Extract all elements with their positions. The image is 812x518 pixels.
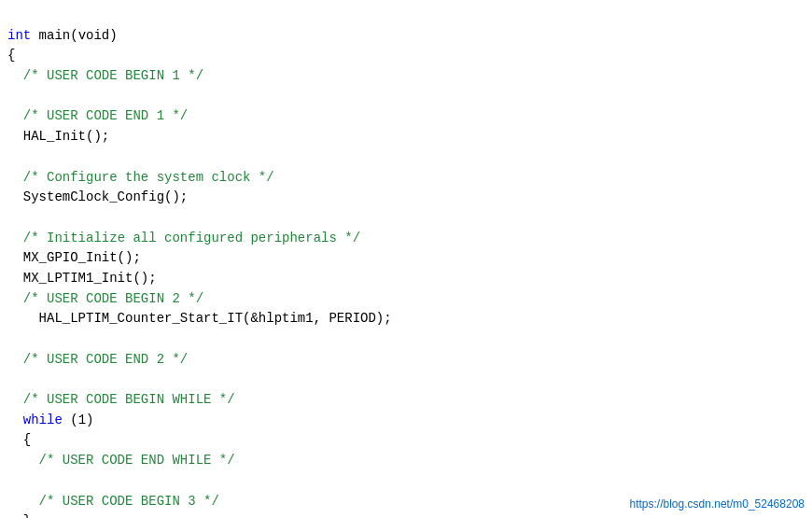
code-token — [7, 170, 23, 185]
code-token: SystemClock_Config(); — [7, 189, 188, 204]
code-line — [7, 147, 805, 168]
code-token — [7, 68, 23, 83]
code-line — [7, 329, 805, 350]
code-line: /* USER CODE BEGIN 1 */ — [7, 66, 805, 87]
code-token: HAL_Init(); — [7, 129, 109, 144]
code-token — [7, 392, 23, 407]
code-token — [7, 291, 23, 306]
comment-token: /* USER CODE END 1 */ — [23, 108, 188, 123]
code-token — [7, 352, 23, 367]
code-line: /* Initialize all configured peripherals… — [7, 229, 805, 249]
code-token: main(void) — [31, 28, 117, 43]
code-line: /* USER CODE BEGIN WHILE */ — [7, 390, 805, 411]
code-line: { — [7, 430, 805, 451]
code-token: { — [7, 48, 15, 63]
code-line: HAL_LPTIM_Counter_Start_IT(&hlptim1, PER… — [7, 309, 805, 329]
code-token — [7, 494, 39, 509]
comment-token: /* Initialize all configured peripherals… — [23, 231, 360, 245]
comment-token: /* USER CODE END WHILE */ — [39, 453, 235, 468]
code-token: } — [7, 513, 31, 518]
code-line: MX_LPTIM1_Init(); — [7, 269, 805, 289]
code-line: /* USER CODE END 2 */ — [7, 350, 805, 371]
code-line: int main(void) — [7, 26, 805, 47]
keyword-token: int — [7, 28, 31, 43]
code-line: while (1) — [7, 411, 805, 431]
code-token — [7, 231, 23, 245]
code-line: HAL_Init(); — [7, 127, 805, 147]
code-token — [7, 453, 39, 468]
comment-token: /* USER CODE BEGIN 3 */ — [39, 494, 219, 509]
code-token: { — [7, 432, 31, 447]
comment-token: /* USER CODE BEGIN 2 */ — [23, 291, 203, 306]
comment-token: /* Configure the system clock */ — [23, 170, 274, 185]
code-line: /* USER CODE END 1 */ — [7, 106, 805, 127]
code-line: /* USER CODE BEGIN 2 */ — [7, 289, 805, 310]
code-block: int main(void){ /* USER CODE BEGIN 1 */ … — [0, 0, 812, 518]
code-line — [7, 208, 805, 229]
keyword-token: while — [23, 413, 63, 427]
comment-token: /* USER CODE BEGIN WHILE */ — [23, 392, 235, 407]
code-token: (1) — [63, 413, 94, 427]
code-line — [7, 370, 805, 390]
code-token — [7, 413, 23, 427]
code-line: { — [7, 46, 805, 66]
code-line: } — [7, 511, 805, 518]
code-token: MX_LPTIM1_Init(); — [7, 271, 157, 286]
code-line: SystemClock_Config(); — [7, 188, 805, 208]
code-line — [7, 87, 805, 107]
code-line: /* USER CODE END WHILE */ — [7, 451, 805, 471]
code-token: MX_GPIO_Init(); — [7, 250, 141, 265]
comment-token: /* USER CODE END 2 */ — [23, 352, 188, 367]
watermark: https://blog.csdn.net/m0_52468208 — [630, 497, 805, 511]
comment-token: /* USER CODE BEGIN 1 */ — [23, 68, 203, 83]
code-line: MX_GPIO_Init(); — [7, 248, 805, 269]
code-line: /* Configure the system clock */ — [7, 168, 805, 189]
code-token: HAL_LPTIM_Counter_Start_IT(&hlptim1, PER… — [7, 311, 392, 326]
code-token — [7, 108, 23, 123]
code-line — [7, 471, 805, 492]
